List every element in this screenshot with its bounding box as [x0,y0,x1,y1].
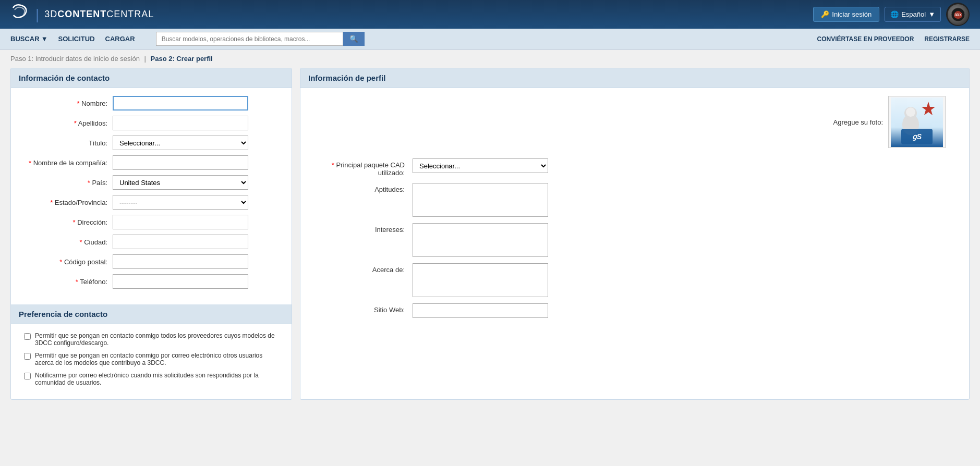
titulo-label: Título: [19,139,113,147]
logo: | 3DCONTENTCENTRAL [10,3,154,26]
logo-brand-text: 3DCONTENTCENTRAL [44,9,154,20]
profile-info-header: Información de perfil [300,68,969,88]
ciudad-input[interactable] [113,235,248,249]
pais-select[interactable]: United States [113,175,248,190]
photo-label: Agregue su foto: [833,118,883,126]
contact-pref-body: Permitir que se pongan en contacto conmi… [11,324,292,399]
svg-text:3DX: 3DX [954,13,962,17]
company-label: * Nombre de la compañía: [19,159,113,167]
acerca-row: Acerca de: [308,263,961,297]
codigo-input[interactable] [113,254,248,269]
telefono-row: * Teléfono: [19,274,284,289]
avatar-image: ƍS [891,97,943,147]
estado-select[interactable]: -------- [113,195,248,210]
logo-divider: | [35,6,39,23]
nav-registrarse[interactable]: REGISTRARSE [924,35,970,43]
pref-text-3: Notificarme por correo electrónico cuand… [35,372,279,386]
direccion-row: * Dirección: [19,215,284,229]
pref-item-1: Permitir que se pongan en contacto conmi… [19,332,284,347]
company-row: * Nombre de la compañía: [19,155,284,170]
globe-icon: 🌐 [890,10,899,18]
pref-item-2: Permitir que se pongan en contacto conmi… [19,352,284,366]
sitioweb-input[interactable] [413,303,548,318]
nombre-row: * Nombre: [19,96,284,111]
ciudad-label: * Ciudad: [19,238,113,246]
nombre-input[interactable] [113,96,248,111]
pref-item-3: Notificarme por correo electrónico cuand… [19,372,284,386]
search-icon: 🔍 [349,35,358,43]
nav-right: CONVIÉRTASE EN PROVEEDOR REGISTRARSE [817,35,970,43]
telefono-label: * Teléfono: [19,278,113,286]
cad-select[interactable]: Seleccionar... [413,158,548,173]
telefono-input[interactable] [113,274,248,289]
contact-pref-header: Preferencia de contacto [11,304,292,324]
apellidos-row: * Apellidos: [19,116,284,130]
pref-text-1: Permitir que se pongan en contacto conmi… [35,332,279,347]
pref-checkbox-1[interactable] [24,333,31,340]
titulo-select[interactable]: Seleccionar... [113,136,248,150]
intereses-row: Intereses: [308,223,961,257]
titulo-row: Título: Seleccionar... [19,136,284,150]
intereses-textarea[interactable] [413,223,548,257]
aptitudes-textarea[interactable] [413,183,548,217]
estado-label: * Estado/Provincia: [19,199,113,206]
profile-info-body: Agregue su foto: [300,88,969,332]
photo-section: Agregue su foto: [308,96,961,148]
contact-info-body: * Nombre: * Apellidos: Título: Seleccion… [11,88,292,302]
aptitudes-row: Aptitudes: [308,183,961,217]
cad-label: * Principal paquete CAD utilizado: [308,158,413,177]
header-right: 🔑 Iniciar sesión 🌐 Español ▼ 3DX [813,3,970,26]
key-icon: 🔑 [821,10,829,18]
sitioweb-row: Sitio Web: [308,303,961,318]
profile-info-panel: Información de perfil Agregue su foto: [300,68,970,400]
photo-placeholder[interactable]: ƍS [888,96,946,148]
ds-logo-text [10,3,30,26]
company-input[interactable] [113,155,248,170]
cad-row: * Principal paquete CAD utilizado: Selec… [308,158,961,177]
nav-solicitud[interactable]: SOLICITUD [58,35,95,43]
navbar: BUSCAR ▼ SOLICITUD CARGAR 🔍 CONVIÉRTASE … [0,29,980,50]
estado-row: * Estado/Provincia: -------- [19,195,284,210]
pref-checkbox-3[interactable] [24,373,31,379]
nav-proveedor[interactable]: CONVIÉRTASE EN PROVEEDOR [817,35,914,43]
nombre-label: * Nombre: [19,100,113,107]
apellidos-input[interactable] [113,116,248,130]
acerca-label: Acerca de: [308,263,413,274]
direccion-input[interactable] [113,215,248,229]
codigo-label: * Código postal: [19,258,113,266]
direccion-label: * Dirección: [19,218,113,226]
apellidos-label: * Apellidos: [19,119,113,127]
search-bar: 🔍 [156,32,365,46]
language-button[interactable]: 🌐 Español ▼ [885,7,941,22]
acerca-textarea[interactable] [413,263,548,297]
search-button[interactable]: 🔍 [343,32,365,46]
pais-row: * País: United States [19,175,284,190]
aptitudes-label: Aptitudes: [308,183,413,193]
contact-info-panel: Información de contacto * Nombre: * Apel… [10,68,292,400]
breadcrumb-step1: Paso 1: Introducir datos de inicio de se… [10,55,140,63]
intereses-label: Intereses: [308,223,413,234]
chevron-down-icon: ▼ [928,10,935,18]
main-content: Información de contacto * Nombre: * Apel… [0,68,980,410]
search-input[interactable] [156,32,343,46]
pais-label: * País: [19,179,113,187]
header: | 3DCONTENTCENTRAL 🔑 Iniciar sesión 🌐 Es… [0,0,980,29]
svg-text:ƍS: ƍS [912,132,922,141]
pref-text-2: Permitir que se pongan en contacto conmi… [35,352,279,366]
breadcrumb-step2: Paso 2: Crear perfil [151,55,213,63]
sitioweb-label: Sitio Web: [308,303,413,314]
contact-info-header: Información de contacto [11,68,292,88]
login-button[interactable]: 🔑 Iniciar sesión [813,7,879,22]
breadcrumb: Paso 1: Introducir datos de inicio de se… [0,50,980,68]
svg-point-5 [906,107,915,117]
3dexperience-logo: 3DX [946,3,970,26]
breadcrumb-separator: | [144,55,146,63]
nav-buscar[interactable]: BUSCAR ▼ [10,35,48,43]
codigo-row: * Código postal: [19,254,284,269]
nav-cargar[interactable]: CARGAR [105,35,135,43]
ciudad-row: * Ciudad: [19,235,284,249]
pref-checkbox-2[interactable] [24,353,31,360]
chevron-down-icon: ▼ [41,35,48,43]
